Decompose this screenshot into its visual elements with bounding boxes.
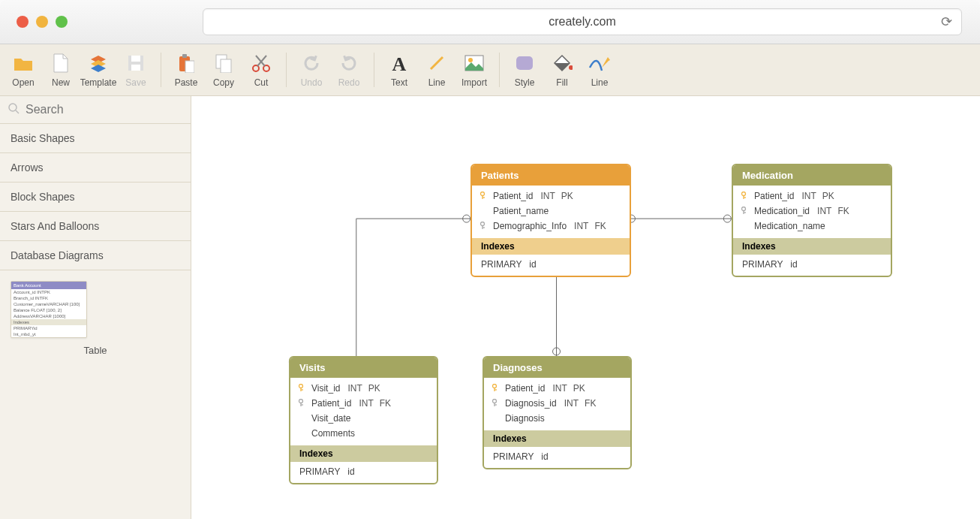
thumb-idx-row: PRIMARYid <box>11 325 86 331</box>
new-button[interactable]: New <box>42 47 80 92</box>
cut-icon <box>251 52 271 74</box>
thumb-row: Customer_nameVARCHAR [100] <box>11 301 86 307</box>
template-icon <box>89 52 108 74</box>
toolbar-label: Line <box>428 77 446 88</box>
field-row[interactable]: Demographic_InfoINTFK <box>472 219 630 234</box>
field-row[interactable]: Diagnosis <box>484 411 630 426</box>
category-database-diagrams[interactable]: Database Diagrams <box>0 241 191 270</box>
svg-point-16 <box>569 65 573 70</box>
style-button[interactable]: Style <box>506 47 543 92</box>
field-name: Demographic_Info <box>493 221 567 231</box>
text-button[interactable]: AText <box>380 47 418 92</box>
minimize-window-button[interactable] <box>36 16 48 28</box>
field-name: Patient_id <box>311 398 351 409</box>
field-row[interactable]: Patient_idINTPK <box>733 189 891 204</box>
svg-line-11 <box>256 56 265 66</box>
undo-icon <box>302 52 320 74</box>
address-bar[interactable]: creately.com ⟳ <box>203 8 962 35</box>
svg-point-36 <box>742 207 746 211</box>
svg-rect-15 <box>516 56 533 70</box>
canvas[interactable]: Patients Patient_idINTPKPatient_nameDemo… <box>191 96 980 519</box>
search-bar[interactable] <box>0 96 191 124</box>
thumb-row: AddressVARCHAR [1000] <box>11 313 86 319</box>
window-controls <box>17 16 68 28</box>
category-stars-and-balloons[interactable]: Stars And Balloons <box>0 212 191 241</box>
field-row[interactable]: Visit_idINTPK <box>290 381 437 396</box>
thumb-sec: Indexes <box>11 319 86 325</box>
toolbar-label: Line <box>591 77 609 88</box>
line2-button[interactable]: Line <box>581 47 618 92</box>
svg-point-19 <box>463 215 470 222</box>
field-row[interactable]: Medication_idINTFK <box>733 204 891 219</box>
field-row[interactable]: Patient_idINTPK <box>484 381 630 396</box>
svg-point-27 <box>481 192 485 196</box>
category-block-shapes[interactable]: Block Shapes <box>0 183 191 212</box>
shape-thumbnails: Bank Account Account_id INTPKBranch_id I… <box>0 270 191 367</box>
open-icon <box>14 52 33 74</box>
field-row[interactable]: Comments <box>290 426 437 441</box>
toolbar: OpenNewTemplateSavePasteCopyCutUndoRedoA… <box>0 44 980 96</box>
field-name: Medication_name <box>754 221 825 231</box>
save-icon <box>127 52 145 74</box>
svg-point-30 <box>481 222 485 226</box>
thumb-idx-row: Int_mbd_yt <box>11 331 86 337</box>
thumb-table[interactable]: Bank Account Account_id INTPKBranch_id I… <box>11 281 87 338</box>
line-button[interactable]: Line <box>418 47 455 92</box>
toolbar-separator <box>286 53 287 87</box>
indexes-label: Indexes <box>733 238 891 255</box>
field-type: INT <box>540 191 555 201</box>
field-row[interactable]: Visit_date <box>290 411 437 426</box>
key-icon <box>739 192 750 201</box>
indexes-label: Indexes <box>472 238 630 255</box>
cut-button[interactable]: Cut <box>242 47 280 92</box>
import-icon <box>464 52 484 74</box>
toolbar-label: Paste <box>175 77 198 88</box>
toolbar-label: Style <box>515 77 535 88</box>
open-button[interactable]: Open <box>5 47 42 92</box>
copy-button[interactable]: Copy <box>205 47 242 92</box>
entity-visits[interactable]: Visits Visit_idINTPKPatient_idINTFKVisit… <box>289 356 438 484</box>
paste-icon <box>178 52 194 74</box>
maximize-window-button[interactable] <box>56 16 68 28</box>
svg-rect-7 <box>221 59 231 73</box>
field-type: INT <box>574 221 588 231</box>
key-icon <box>490 399 501 408</box>
field-row[interactable]: Diagnosis_idINTFK <box>484 396 630 411</box>
toolbar-label: Cut <box>254 77 269 88</box>
close-window-button[interactable] <box>17 16 29 28</box>
import-button[interactable]: Import <box>455 47 493 92</box>
category-arrows[interactable]: Arrows <box>0 153 191 183</box>
fill-button[interactable]: Fill <box>543 47 581 92</box>
text-icon: A <box>392 52 407 74</box>
svg-point-17 <box>9 104 17 111</box>
undo-button: Undo <box>293 47 330 92</box>
search-input[interactable] <box>24 102 162 117</box>
toolbar-separator <box>499 53 500 87</box>
svg-rect-1 <box>131 56 140 62</box>
field-name: Patient_id <box>505 383 545 394</box>
toolbar-label: Fill <box>556 77 567 88</box>
reload-icon[interactable]: ⟳ <box>941 14 952 30</box>
svg-point-23 <box>723 215 731 222</box>
entity-diagnoses[interactable]: Diagnoses Patient_idINTPKDiagnosis_idINT… <box>482 356 632 469</box>
category-basic-shapes[interactable]: Basic Shapes <box>0 124 191 153</box>
field-row[interactable]: Patient_idINTPK <box>472 189 630 204</box>
entity-title: Patients <box>472 165 630 186</box>
field-key: PK <box>573 383 585 394</box>
template-button[interactable]: Template <box>80 47 117 92</box>
entity-patients[interactable]: Patients Patient_idINTPKPatient_nameDemo… <box>470 164 631 277</box>
style-icon <box>515 52 534 74</box>
thumb-label: Table <box>11 345 180 356</box>
paste-button[interactable]: Paste <box>167 47 205 92</box>
toolbar-separator <box>374 53 374 87</box>
field-row[interactable]: Medication_name <box>733 219 891 234</box>
entity-medication[interactable]: Medication Patient_idINTPKMedication_idI… <box>732 164 892 277</box>
entity-title: Visits <box>290 358 437 378</box>
field-row[interactable]: Patient_name <box>472 204 630 219</box>
entity-title: Diagnoses <box>484 358 630 378</box>
svg-line-10 <box>257 56 266 66</box>
svg-point-45 <box>493 385 497 388</box>
field-row[interactable]: Patient_idINTFK <box>290 396 437 411</box>
main: Basic ShapesArrowsBlock ShapesStars And … <box>0 96 980 519</box>
field-type: INT <box>564 398 579 409</box>
